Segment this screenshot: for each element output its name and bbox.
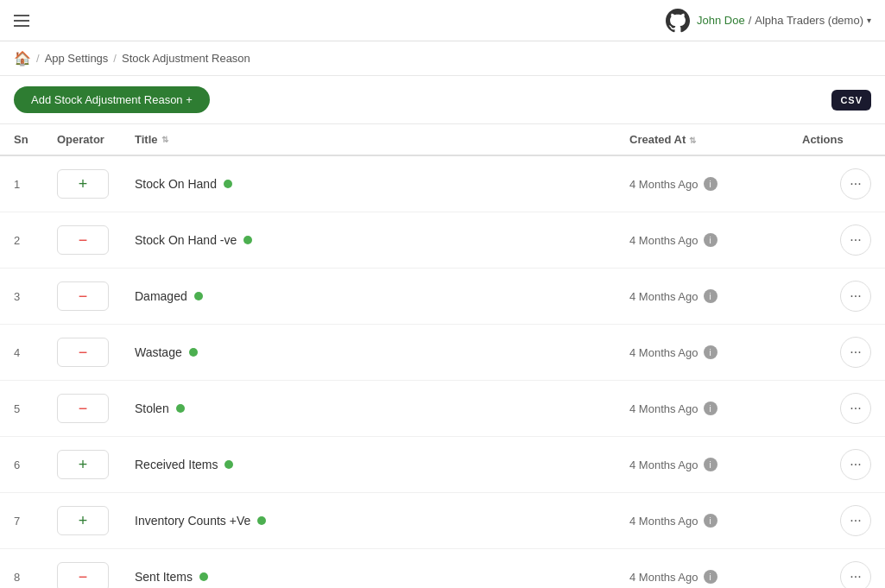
operator-symbol: +: [79, 456, 88, 474]
title-cell: Sent Items: [135, 570, 629, 584]
row-title: Sent Items: [135, 570, 193, 584]
info-icon[interactable]: i: [704, 401, 717, 415]
info-icon[interactable]: i: [704, 458, 717, 471]
row-sn: 2: [14, 234, 57, 247]
row-sn: 5: [14, 402, 57, 415]
col-header-sn: Sn: [14, 133, 57, 146]
info-icon[interactable]: i: [704, 177, 717, 191]
created-at-text: 4 Months Ago: [629, 402, 699, 415]
created-at-text: 4 Months Ago: [629, 515, 699, 528]
home-icon[interactable]: 🏠: [14, 50, 31, 66]
created-at-cell: 4 Months Ago i: [629, 345, 802, 359]
operator-cell: +: [57, 169, 135, 199]
more-actions-button[interactable]: ···: [840, 449, 871, 480]
status-dot: [243, 236, 252, 244]
created-at-text: 4 Months Ago: [629, 571, 699, 584]
more-actions-button[interactable]: ···: [840, 168, 871, 199]
header-left: [14, 15, 29, 27]
table-row: 8 − Sent Items 4 Months Ago i ···: [0, 549, 885, 588]
header-right: John Doe / Alpha Traders (demo) ▾: [666, 9, 871, 33]
operator-box: −: [57, 338, 109, 367]
status-dot: [194, 292, 203, 300]
hamburger-icon[interactable]: [14, 15, 29, 27]
toolbar: Add Stock Adjustment Reason + CSV: [0, 76, 885, 124]
info-icon[interactable]: i: [704, 514, 717, 528]
operator-box: −: [57, 281, 109, 311]
more-actions-button[interactable]: ···: [840, 561, 871, 588]
row-title: Stock On Hand -ve: [135, 233, 237, 247]
row-sn: 3: [14, 290, 57, 303]
created-at-text: 4 Months Ago: [629, 178, 699, 191]
col-header-actions: Actions: [802, 133, 871, 146]
created-at-text: 4 Months Ago: [629, 290, 699, 303]
status-dot: [224, 180, 232, 188]
user-name: John Doe: [697, 14, 745, 27]
chevron-down-icon[interactable]: ▾: [867, 16, 871, 25]
row-sn: 6: [14, 458, 57, 471]
add-stock-adjustment-reason-button[interactable]: Add Stock Adjustment Reason +: [14, 86, 210, 113]
created-at-cell: 4 Months Ago i: [629, 177, 802, 191]
status-dot: [199, 572, 208, 581]
operator-cell: +: [57, 450, 135, 479]
created-at-text: 4 Months Ago: [629, 458, 699, 471]
breadcrumb-sep-2: /: [113, 52, 117, 65]
created-at-text: 4 Months Ago: [629, 346, 699, 359]
user-info: John Doe / Alpha Traders (demo) ▾: [697, 14, 871, 27]
actions-cell: ···: [802, 505, 871, 536]
operator-box: +: [57, 450, 109, 479]
table-row: 6 + Received Items 4 Months Ago i ···: [0, 437, 885, 493]
col-header-operator: Operator: [57, 133, 135, 146]
actions-cell: ···: [802, 281, 871, 312]
breadcrumb-app-settings[interactable]: App Settings: [45, 52, 109, 65]
table-container: Sn Operator Title ⇅ Created At ⇅ Actions…: [0, 124, 885, 588]
status-dot: [189, 348, 198, 357]
table-body: 1 + Stock On Hand 4 Months Ago i ··· 2 −…: [0, 156, 885, 588]
table-row: 7 + Inventory Counts +Ve 4 Months Ago i …: [0, 493, 885, 549]
title-cell: Received Items: [135, 458, 629, 471]
breadcrumb-current: Stock Adjustment Reason: [122, 52, 250, 65]
created-at-sort-icon[interactable]: ⇅: [689, 136, 696, 145]
status-dot: [224, 460, 233, 469]
operator-cell: +: [57, 506, 135, 535]
more-actions-button[interactable]: ···: [840, 224, 871, 256]
row-sn: 7: [14, 515, 57, 528]
breadcrumb-sep-1: /: [36, 52, 40, 65]
status-dot: [257, 516, 266, 525]
row-title: Inventory Counts +Ve: [135, 514, 250, 528]
info-icon[interactable]: i: [704, 233, 717, 247]
more-actions-button[interactable]: ···: [840, 281, 871, 312]
table-header: Sn Operator Title ⇅ Created At ⇅ Actions: [0, 124, 885, 156]
info-icon[interactable]: i: [704, 345, 717, 359]
more-actions-button[interactable]: ···: [840, 393, 871, 424]
info-icon[interactable]: i: [704, 570, 717, 584]
more-actions-button[interactable]: ···: [840, 505, 871, 536]
row-title: Wastage: [135, 345, 182, 359]
more-actions-button[interactable]: ···: [840, 337, 871, 368]
table-row: 2 − Stock On Hand -ve 4 Months Ago i ···: [0, 212, 885, 269]
operator-symbol: −: [79, 568, 88, 586]
title-cell: Stock On Hand: [135, 177, 629, 191]
operator-symbol: +: [79, 175, 88, 193]
actions-cell: ···: [802, 561, 871, 588]
title-cell: Inventory Counts +Ve: [135, 514, 629, 528]
company-name: Alpha Traders (demo): [755, 14, 863, 27]
row-title: Received Items: [135, 458, 218, 471]
created-at-text: 4 Months Ago: [629, 234, 699, 247]
breadcrumb: 🏠 / App Settings / Stock Adjustment Reas…: [0, 41, 885, 76]
row-sn: 4: [14, 346, 57, 359]
title-sort-icon[interactable]: ⇅: [161, 135, 168, 144]
operator-box: −: [57, 562, 109, 588]
created-at-cell: 4 Months Ago i: [629, 570, 802, 584]
row-title: Stolen: [135, 401, 169, 415]
created-at-cell: 4 Months Ago i: [629, 458, 802, 471]
info-icon[interactable]: i: [704, 289, 717, 303]
operator-symbol: −: [79, 288, 88, 306]
actions-cell: ···: [802, 337, 871, 368]
operator-cell: −: [57, 225, 135, 255]
csv-export-button[interactable]: CSV: [831, 90, 871, 111]
operator-cell: −: [57, 562, 135, 588]
table-row: 4 − Wastage 4 Months Ago i ···: [0, 325, 885, 381]
operator-box: −: [57, 394, 109, 423]
col-header-created-at: Created At ⇅: [629, 133, 802, 146]
created-at-cell: 4 Months Ago i: [629, 289, 802, 303]
